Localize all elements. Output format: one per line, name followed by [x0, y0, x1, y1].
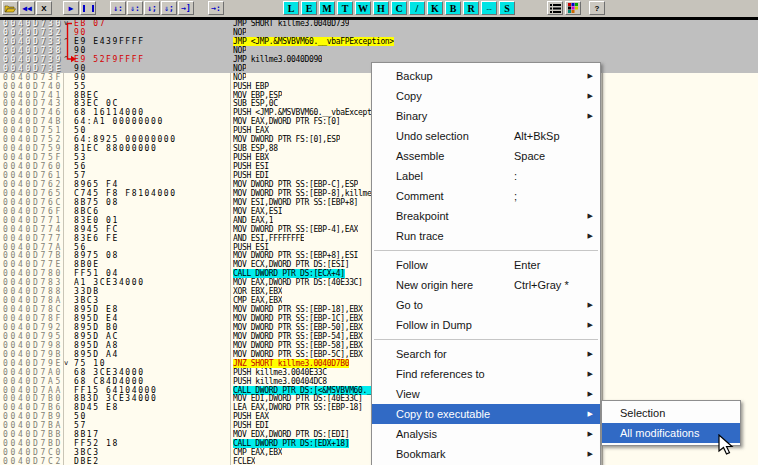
instruction-cell: MOV DWORD PTR SS:[EBP-54],EBX: [233, 332, 363, 341]
instruction-cell: NOP: [233, 73, 246, 82]
submenu-arrow-icon: ▶: [588, 315, 593, 335]
menu-item-shortcut: ;: [514, 186, 517, 206]
hex-bytes-cell: A1 3CE34000: [74, 278, 145, 287]
help-button[interactable]: ?: [589, 1, 605, 15]
pause-icon: [83, 5, 94, 12]
pane-button-dots[interactable]: ...: [481, 1, 497, 15]
instruction-cell: JMP <JMP.&MSVBVM60.__vbaFPException>: [233, 37, 394, 46]
hex-bytes-cell: C745 F8 F8104000: [74, 189, 177, 198]
pane-button-slash[interactable]: /: [409, 1, 425, 15]
instruction-cell: JMP SHORT killme3.0040D739: [233, 19, 349, 28]
menu-item-new-origin-here[interactable]: New origin hereCtrl+Gray *: [372, 275, 600, 295]
menu-item-go-to[interactable]: Go to▶: [372, 295, 600, 315]
menu-item-label: Find references to: [396, 368, 485, 380]
instruction-cell: LEA EAX,DWORD PTR SS:[EBP-18]: [233, 403, 363, 412]
jump-direction-marker: ^: [64, 37, 74, 46]
go-to-address-button[interactable]: →:: [208, 1, 224, 15]
menu-item-view[interactable]: View▶: [372, 384, 600, 404]
address-cell: 0040D7B6: [3, 403, 63, 412]
pane-button-t[interactable]: T: [337, 1, 353, 15]
hex-bytes-cell: 8B17: [74, 430, 100, 439]
disasm-row[interactable]: 0040D73890NOP: [0, 46, 758, 55]
instruction-cell: JNZ SHORT killme3.0040D7B0: [233, 359, 349, 368]
menu-item-run-trace[interactable]: Run trace▶: [372, 226, 600, 246]
open-file-button[interactable]: [2, 1, 18, 15]
windows-list-button[interactable]: [547, 1, 563, 15]
submenu-item-selection[interactable]: Selection: [602, 403, 740, 423]
run-button[interactable]: ▶: [63, 1, 79, 15]
menu-item-follow[interactable]: FollowEnter: [372, 255, 600, 275]
pane-button-b[interactable]: B: [445, 1, 461, 15]
menu-item-undo-selection[interactable]: Undo selectionAlt+BkSp: [372, 126, 600, 146]
execute-till-return-button[interactable]: →]: [178, 1, 194, 15]
menu-item-binary[interactable]: Binary▶: [372, 106, 600, 126]
pane-button-k[interactable]: K: [427, 1, 443, 15]
address-cell: 0040D762: [3, 180, 63, 189]
disasm-row[interactable]: 0040D733^E9 E439FFFFJMP <JMP.&MSVBVM60._…: [0, 37, 758, 46]
menu-separator: [372, 335, 600, 344]
hex-bytes-cell: 895D AC: [74, 332, 119, 341]
menu-item-assemble[interactable]: AssembleSpace: [372, 146, 600, 166]
address-cell: 0040D751: [3, 126, 63, 135]
address-cell: 0040D771: [3, 216, 63, 225]
menu-item-comment[interactable]: Comment;: [372, 186, 600, 206]
appearance-button[interactable]: [565, 1, 581, 15]
animate-into-button[interactable]: ↓;: [144, 1, 160, 15]
step-over-button[interactable]: ⇓:: [127, 1, 143, 15]
menu-item-backup[interactable]: Backup▶: [372, 66, 600, 86]
instruction-cell: MOV DWORD PTR SS:[EBP-18],EBX: [233, 305, 363, 314]
address-cell: 0040D77E: [3, 260, 63, 269]
animate-over-button[interactable]: ⇓;: [161, 1, 177, 15]
restart-button[interactable]: ◀◀: [19, 1, 35, 15]
hex-bytes-cell: 50: [74, 412, 87, 421]
menu-item-label[interactable]: Label:: [372, 166, 600, 186]
menu-item-label: All modifications: [620, 427, 699, 439]
hex-bytes-cell: 68 C84D4000: [74, 377, 145, 386]
menu-item-bookmark[interactable]: Bookmark▶: [372, 444, 600, 464]
instruction-cell: MOV DWORD PTR SS:[EBP-C],ESP: [233, 180, 358, 189]
menu-item-analysis[interactable]: Analysis▶: [372, 424, 600, 444]
instruction-cell: PUSH EBP: [233, 82, 269, 91]
toolbar-separator: [0, 17, 758, 20]
instruction-cell: MOV DWORD PTR FS:[0],ESP: [233, 135, 340, 144]
instruction-cell: PUSH EAX: [233, 126, 269, 135]
address-cell: 0040D743: [3, 99, 63, 108]
address-cell: 0040D765: [3, 189, 63, 198]
pane-button-r[interactable]: R: [463, 1, 479, 15]
hex-bytes-cell: 83E6 FE: [74, 234, 119, 243]
pane-button-h[interactable]: H: [373, 1, 389, 15]
menu-item-copy-to-executable[interactable]: Copy to executable▶: [372, 404, 600, 424]
pane-button-m[interactable]: M: [319, 1, 335, 15]
instruction-cell: PUSH EAX: [233, 412, 269, 421]
pause-button[interactable]: [80, 1, 96, 15]
menu-item-follow-in-dump[interactable]: Follow in Dump▶: [372, 315, 600, 335]
disasm-row[interactable]: 0040D730vEB 07JMP SHORT killme3.0040D739: [0, 19, 758, 28]
hex-bytes-cell: EB 07: [74, 19, 106, 28]
address-cell: 0040D7BD: [3, 439, 63, 448]
pane-button-c[interactable]: C: [391, 1, 407, 15]
appearance-colors-icon: [568, 3, 578, 13]
list-icon: [550, 4, 561, 13]
close-button[interactable]: X: [36, 1, 52, 15]
pane-button-e[interactable]: E: [301, 1, 317, 15]
menu-item-breakpoint[interactable]: Breakpoint▶: [372, 206, 600, 226]
menu-item-search-for[interactable]: Search for▶: [372, 344, 600, 364]
address-cell: 0040D788: [3, 287, 63, 296]
menu-item-label: Breakpoint: [396, 210, 449, 222]
hex-bytes-cell: 64:A1 00000000: [74, 117, 164, 126]
instruction-cell: AND EAX,1: [233, 216, 273, 225]
menu-item-copy[interactable]: Copy▶: [372, 86, 600, 106]
hex-bytes-cell: DBE2: [74, 457, 100, 465]
disasm-row[interactable]: 0040D73290NOP: [0, 28, 758, 37]
address-cell: 0040D740: [3, 82, 63, 91]
instruction-cell: MOV EAX,DWORD PTR FS:[0]: [233, 117, 340, 126]
pane-button-s[interactable]: S: [499, 1, 515, 15]
menu-item-shortcut: :: [514, 166, 517, 186]
address-cell: 0040D7A0: [3, 368, 63, 377]
hex-bytes-cell: 90: [74, 73, 87, 82]
step-into-button[interactable]: ↓:: [110, 1, 126, 15]
pane-button-w[interactable]: W: [355, 1, 371, 15]
menu-item-find-references-to[interactable]: Find references to▶: [372, 364, 600, 384]
hex-bytes-cell: 8945 FC: [74, 225, 119, 234]
pane-button-l[interactable]: L: [283, 1, 299, 15]
